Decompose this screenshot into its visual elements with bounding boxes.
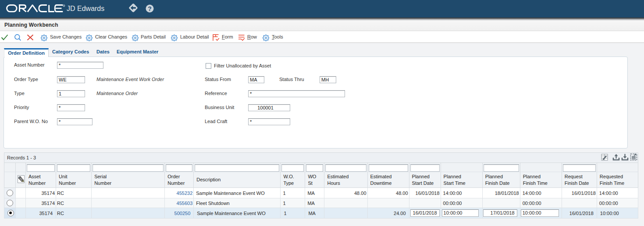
svg-text:?: ? [148,5,152,12]
